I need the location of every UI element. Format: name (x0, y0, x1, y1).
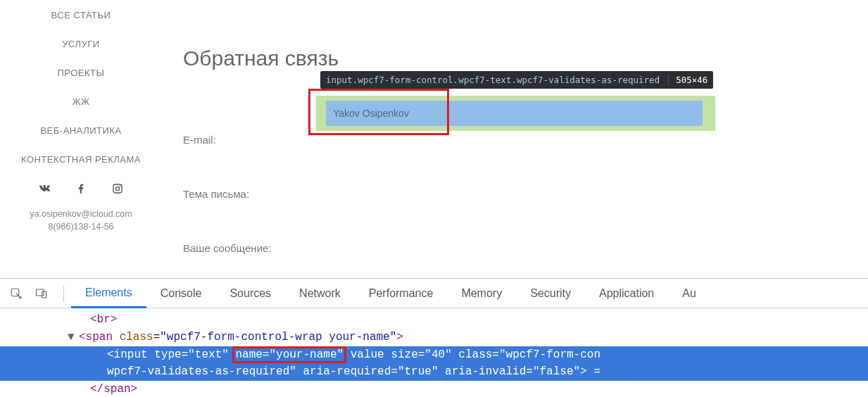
email-label: E-mail: (183, 134, 847, 146)
dom-line-br[interactable]: <br> (0, 311, 868, 329)
sidebar-item-articles[interactable]: ВСЕ СТАТЬИ (0, 10, 162, 20)
sidebar-item-web-analytics[interactable]: ВЕБ-АНАЛИТИКА (0, 125, 162, 136)
tab-performance[interactable]: Performance (355, 279, 448, 308)
tab-memory[interactable]: Memory (447, 279, 516, 308)
main-content: Обратная связь E-mail: Тема письма: Ваше… (162, 0, 868, 278)
dom-line-input-cont[interactable]: wpcf7-validates-as-required" aria-requir… (0, 363, 868, 381)
tab-elements[interactable]: Elements (71, 279, 146, 308)
divider (63, 285, 64, 302)
instagram-icon[interactable] (112, 183, 123, 194)
sidebar-item-services[interactable]: УСЛУГИ (0, 39, 162, 49)
svg-rect-4 (37, 289, 44, 296)
devtools-dom-tree[interactable]: <br> ▼<span class="wpcf7-form-control-wr… (0, 308, 868, 397)
dom-line-span-close[interactable]: </span> (0, 381, 868, 397)
sidebar-item-projects[interactable]: ПРОЕКТЫ (0, 68, 162, 78)
tooltip-selector: input.wpcf7-form-control.wpcf7-text.wpcf… (326, 75, 660, 85)
form-heading: Обратная связь (183, 46, 847, 70)
svg-point-2 (120, 186, 121, 187)
message-label: Ваше сообщение: (183, 242, 847, 254)
tab-sources[interactable]: Sources (215, 279, 285, 308)
sidebar: ВСЕ СТАТЬИ УСЛУГИ ПРОЕКТЫ ЖЖ ВЕБ-АНАЛИТИ… (0, 0, 162, 278)
tab-network[interactable]: Network (285, 279, 355, 308)
tab-security[interactable]: Security (516, 279, 585, 308)
tab-application[interactable]: Application (585, 279, 668, 308)
devtools-tabs: Elements Console Sources Network Perform… (0, 279, 868, 308)
tab-audits[interactable]: Au (668, 279, 710, 308)
facebook-icon[interactable] (75, 183, 87, 194)
svg-point-1 (115, 187, 119, 190)
device-toggle-icon[interactable] (31, 283, 52, 304)
dom-line-input[interactable]: <input type="text" name="your-name" valu… (0, 346, 868, 364)
dom-line-span-open[interactable]: ▼<span class="wpcf7-form-control-wrap yo… (0, 329, 868, 346)
contact-phone[interactable]: 8(966)138-14-56 (0, 221, 162, 234)
social-icons-row (0, 183, 162, 194)
element-tooltip: input.wpcf7-form-control.wpcf7-text.wpcf… (320, 71, 713, 89)
contact-email[interactable]: ya.osipenkov@icloud.com (0, 208, 162, 221)
svg-rect-5 (42, 291, 46, 298)
tooltip-dimensions: 505×46 (668, 75, 707, 85)
inspect-icon[interactable] (6, 283, 27, 304)
name-input-wrapper (316, 96, 715, 131)
subject-label: Тема письма: (183, 188, 847, 200)
sidebar-item-livejournal[interactable]: ЖЖ (0, 96, 162, 107)
tab-console[interactable]: Console (146, 279, 216, 308)
name-input[interactable] (326, 101, 703, 126)
devtools-panel: Elements Console Sources Network Perform… (0, 278, 868, 397)
vk-icon[interactable] (39, 183, 50, 194)
sidebar-item-context-ads[interactable]: КОНТЕКСТНАЯ РЕКЛАМА (0, 154, 162, 165)
